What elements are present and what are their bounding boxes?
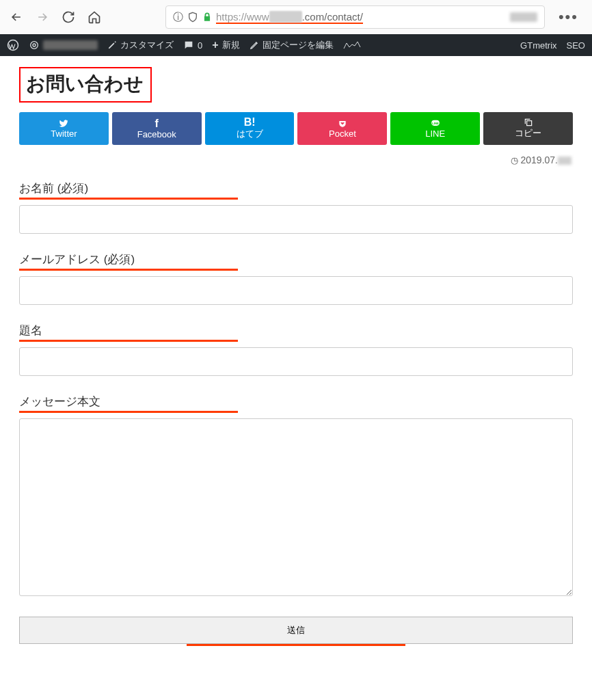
- home-icon[interactable]: [88, 10, 101, 24]
- share-pocket-label: Pocket: [329, 129, 356, 139]
- wp-edit-page[interactable]: 固定ページを編集: [250, 39, 334, 51]
- submit-button[interactable]: 送信: [19, 617, 573, 644]
- share-line[interactable]: LINE LINE: [390, 112, 480, 145]
- wp-gtmetrix[interactable]: GTmetrix: [520, 40, 556, 51]
- browser-menu-icon[interactable]: •••: [554, 8, 582, 26]
- share-facebook[interactable]: f Facebook: [112, 112, 202, 145]
- wp-logo-icon[interactable]: [7, 39, 19, 51]
- info-icon[interactable]: ⓘ: [173, 11, 183, 24]
- page-title: お問い合わせ: [26, 71, 144, 97]
- wp-new[interactable]: + 新規: [212, 39, 239, 51]
- shield-icon[interactable]: [187, 12, 198, 23]
- share-copy[interactable]: コピー: [483, 112, 573, 145]
- wp-seo[interactable]: SEO: [567, 40, 585, 51]
- highlight-line: [19, 269, 238, 271]
- share-hatena-label: はてブ: [237, 128, 263, 140]
- reload-icon[interactable]: [62, 10, 75, 24]
- highlight-line: [187, 644, 405, 646]
- share-twitter[interactable]: Twitter: [19, 112, 109, 145]
- wp-admin-bar: カスタマイズ 0 + 新規 固定ページを編集 GTmetrix SEO: [0, 34, 592, 56]
- svg-text:LINE: LINE: [432, 121, 439, 124]
- hatena-icon: B!: [244, 117, 256, 128]
- page-content: お問い合わせ Twitter f Facebook B! はてブ Pocket …: [0, 56, 592, 667]
- highlight-line: [19, 411, 238, 413]
- share-pocket[interactable]: Pocket: [297, 112, 387, 145]
- highlight-line: [19, 198, 238, 200]
- field-name: お名前 (必須): [19, 180, 573, 234]
- field-email: メールアドレス (必須): [19, 252, 573, 305]
- line-icon: LINE: [429, 119, 442, 129]
- svg-point-1: [33, 44, 36, 46]
- share-copy-label: コピー: [515, 127, 541, 139]
- subject-label: 題名: [19, 323, 573, 338]
- share-facebook-label: Facebook: [137, 129, 176, 139]
- clock-icon: ◷: [511, 155, 518, 165]
- email-input[interactable]: [19, 276, 573, 305]
- twitter-icon: [57, 119, 70, 129]
- forward-icon[interactable]: [36, 10, 49, 24]
- share-row: Twitter f Facebook B! はてブ Pocket LINE LI…: [19, 112, 573, 145]
- share-twitter-label: Twitter: [51, 129, 77, 139]
- share-hatena[interactable]: B! はてブ: [205, 112, 295, 145]
- email-label: メールアドレス (必須): [19, 252, 573, 267]
- facebook-icon: f: [155, 118, 159, 129]
- browser-toolbar: ⓘ https://www .com/contact/ •••: [0, 0, 592, 34]
- name-input[interactable]: [19, 205, 573, 234]
- message-label: メッセージ本文: [19, 394, 573, 409]
- svg-rect-5: [526, 121, 531, 126]
- back-icon[interactable]: [10, 10, 23, 24]
- address-bar[interactable]: ⓘ https://www .com/contact/: [165, 5, 545, 29]
- highlight-line: [19, 340, 238, 342]
- field-message: メッセージ本文: [19, 394, 573, 599]
- page-title-box: お問い合わせ: [19, 67, 152, 103]
- wp-customize[interactable]: カスタマイズ: [107, 39, 174, 51]
- wp-comments[interactable]: 0: [183, 40, 202, 51]
- post-date: ◷ 2019.07.: [19, 154, 571, 165]
- field-subject: 題名: [19, 323, 573, 376]
- svg-point-2: [31, 42, 38, 49]
- subject-input[interactable]: [19, 347, 573, 376]
- url-text: https://www .com/contact/: [216, 11, 363, 24]
- url-extra-blur: [510, 12, 537, 22]
- copy-icon: [523, 118, 534, 127]
- lock-icon[interactable]: [202, 12, 212, 22]
- name-label: お名前 (必須): [19, 180, 573, 196]
- wp-site-link[interactable]: [29, 40, 98, 51]
- date-text: 2019.07.: [521, 154, 559, 165]
- share-line-label: LINE: [425, 129, 445, 139]
- nav-buttons: [10, 10, 101, 24]
- pocket-icon: [337, 119, 348, 129]
- message-textarea[interactable]: [19, 418, 573, 596]
- wp-graph-icon[interactable]: [343, 40, 364, 50]
- submit-wrap: 送信: [19, 617, 573, 646]
